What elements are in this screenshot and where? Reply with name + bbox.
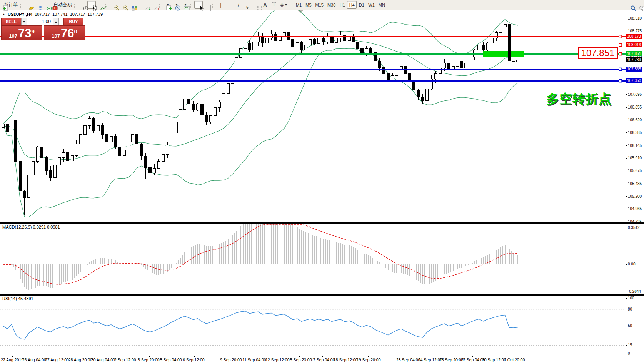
cursor-tool-button[interactable]	[194, 1, 203, 9]
sell-price-display[interactable]: 107 73 9	[1, 25, 42, 40]
macd-tick: 0.3512	[628, 225, 640, 230]
line-price-label: 108.016	[626, 42, 642, 47]
timeframe-M15[interactable]: M15	[314, 1, 325, 9]
price-tick-tick	[626, 94, 627, 95]
timeframe-H1[interactable]: H1	[337, 1, 347, 9]
vertical-line-tool-button[interactable]: |	[217, 1, 225, 9]
new-chart-button[interactable]: ▼	[163, 1, 172, 9]
shapes-icon: ◈	[280, 2, 284, 8]
close-value: 107.739	[87, 12, 103, 17]
low-value: 107.717	[70, 12, 85, 17]
price-tick: 105.675	[628, 169, 642, 173]
search-button[interactable]	[626, 1, 634, 9]
auto-trading-button[interactable]: 自动交易	[51, 1, 73, 9]
volume-increase-button[interactable]: ▲	[53, 18, 59, 25]
macd-tick-tick	[626, 292, 627, 292]
timeframe-M1[interactable]: M1	[294, 1, 304, 9]
rsi-tick-tick	[626, 298, 627, 299]
line-price-label: 107.851	[626, 51, 642, 56]
toolbar-grip	[20, 2, 23, 8]
volume-input[interactable]: 1.00	[27, 18, 53, 25]
trendline-tool-button[interactable]: /	[234, 1, 243, 9]
timeframe-group: M1M5M15M30H1H4D1W1MN	[294, 1, 387, 9]
macd-panel[interactable]	[0, 224, 626, 294]
timeframe-M5[interactable]: M5	[304, 1, 313, 9]
price-tick-tick	[626, 107, 627, 108]
time-label: 17 Sep 04:00	[311, 357, 335, 362]
zoom-in-button[interactable]	[110, 1, 118, 9]
timeframe-H4[interactable]: H4	[347, 1, 357, 9]
price-tick-tick	[626, 31, 627, 31]
rsi-tick: 0	[628, 351, 630, 356]
rsi-label: RSI(14) 45.4391	[2, 296, 33, 301]
volume-decrease-button[interactable]: ▼	[21, 18, 27, 25]
macd-label: MACD(12,26,9) 0.0291 0.0981	[2, 225, 60, 229]
macd-splitter[interactable]	[0, 222, 644, 223]
label-tool-button[interactable]: T	[270, 1, 278, 9]
collapse-panel-arrow[interactable]: ▲	[2, 13, 5, 16]
bar-chart-mode-button[interactable]	[78, 1, 87, 9]
rsi-tick: 15	[628, 343, 632, 347]
templates-button[interactable]: ▼	[181, 1, 189, 9]
timeframe-W1[interactable]: W1	[366, 1, 377, 9]
time-label: 24 Sep 12:00	[418, 357, 442, 362]
line-price-label: 108.173	[626, 34, 642, 39]
price-tick-tick	[626, 158, 627, 159]
sell-button[interactable]: SELL	[1, 18, 21, 25]
buy-button[interactable]: BUY	[63, 18, 83, 25]
time-label: 27 Aug 12:00	[45, 357, 69, 362]
price-tick: 108.510	[628, 16, 642, 20]
periods-button[interactable]: ▼	[172, 1, 180, 9]
turning-point-annotation[interactable]: 多空转折点	[546, 90, 612, 108]
time-label: 25 Sep 20:00	[439, 357, 463, 362]
price-tick-tick	[626, 222, 627, 222]
price-tick: 104.725	[628, 220, 642, 224]
market-button[interactable]	[24, 1, 33, 9]
rsi-panel[interactable]	[0, 296, 626, 356]
price-tick: 107.095	[628, 92, 642, 97]
rsi-splitter[interactable]	[0, 294, 644, 295]
one-click-trade-panel: SELL ▼ 1.00 ▲ BUY 107 73 9 107 76 0	[1, 18, 85, 40]
price-tick-tick	[626, 57, 627, 57]
toolbar: 新订单 自动交易	[0, 0, 644, 10]
toolbar-right-group	[626, 1, 643, 9]
time-label: 22 Aug 2019	[1, 357, 23, 362]
buy-price-display[interactable]: 107 76 0	[44, 25, 85, 40]
timeframe-M30[interactable]: M30	[325, 1, 337, 9]
auto-scroll-button[interactable]	[141, 1, 149, 9]
rsi-tick-tick	[626, 345, 627, 346]
price-tick-tick	[626, 196, 627, 197]
rsi-tick-tick	[626, 354, 627, 354]
bid-price-label: 107.739	[626, 57, 642, 62]
sell-price-sup: 9	[31, 26, 34, 37]
price-tick: 108.275	[628, 29, 642, 33]
rsi-tick: 80	[628, 307, 632, 311]
time-label: 27 Sep 04:00	[461, 357, 485, 362]
horizontal-line-icon: —	[227, 2, 232, 8]
shapes-tool-button[interactable]: ◈ ▼	[279, 1, 289, 9]
channel-tool-button[interactable]: E	[243, 1, 252, 9]
rsi-tick-tick	[626, 326, 627, 326]
time-label: 30 Sep 12:00	[482, 357, 506, 362]
timeframe-MN[interactable]: MN	[377, 1, 387, 9]
timeframe-D1[interactable]: D1	[357, 1, 366, 9]
macd-tick: -0.2644	[628, 289, 641, 294]
time-label: 28 Aug 20:00	[68, 357, 92, 362]
time-label: 18 Sep 12:00	[334, 357, 357, 362]
chevron-down-icon: ▼	[285, 3, 287, 6]
time-label: 1 Oct 20:00	[504, 357, 525, 362]
main-price-chart[interactable]	[0, 10, 626, 222]
time-axis: 22 Aug 201926 Aug 04:0027 Aug 12:0028 Au…	[0, 356, 644, 364]
rsi-tick-tick	[626, 309, 627, 309]
buy-price-prefix: 107	[52, 33, 60, 39]
time-label: 11 Sep 04:00	[242, 357, 266, 362]
time-label: 15 Sep 23:00	[288, 357, 312, 362]
new-order-button[interactable]: 新订单	[1, 1, 19, 9]
horizontal-line-tool-button[interactable]: —	[225, 1, 234, 9]
fibonacci-tool-button[interactable]	[252, 1, 260, 9]
rsi-tick: 50	[628, 324, 632, 328]
macd-tick-tick	[626, 228, 627, 228]
price-annotation-box[interactable]: 107.851	[578, 47, 618, 59]
price-tick-tick	[626, 209, 627, 209]
price-tick: 106.145	[628, 144, 642, 148]
